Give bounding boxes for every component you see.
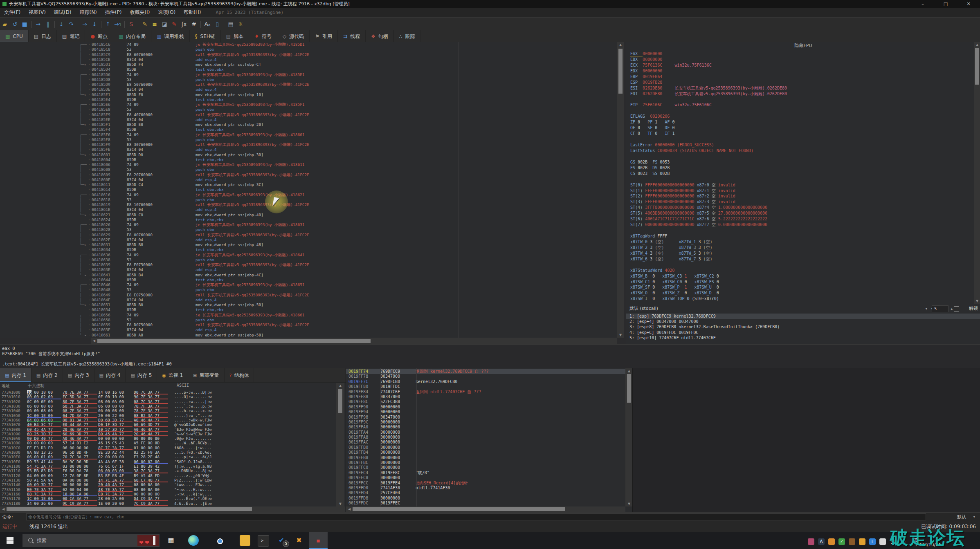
- disasm-row[interactable]: └─▸·004186318B5D B8mov ebx,dword ptr ss:…: [0, 242, 617, 247]
- breakpoint-dot[interactable]: ·: [87, 238, 92, 242]
- disasm-row[interactable]: │ ·0041861E83C4 04add esp,4: [0, 207, 617, 212]
- memory-row[interactable]: 773A101000 00 02 00FC 5D 3A 770E 00 10 0…: [0, 394, 336, 399]
- disasm-row[interactable]: │ ·004185F9E8 30760000call 长安车机工具箱v5-qq2…: [0, 142, 617, 147]
- memory-row[interactable]: 773A10F0B9 53 41 44BA 9C D6 9D4A 4A 6E 3…: [0, 459, 336, 464]
- register-line[interactable]: EBX 00000000: [630, 57, 972, 63]
- disasm-row[interactable]: │ ·00418659E8 D0750000call 长安车机工具箱v5-qq2…: [0, 323, 617, 327]
- register-line[interactable]: x87TW_2 3 (空) x87TW_3 3 (空): [630, 245, 972, 251]
- tray-window-white-icon[interactable]: [879, 538, 886, 545]
- memory-row[interactable]: 773A116088 7E 3A 7718 00 1A 00E8 7C 3A 7…: [0, 492, 336, 496]
- register-line[interactable]: ST(7) 00000000000000000000 x87r7 空 0.000…: [630, 222, 972, 228]
- skip-next-icon[interactable]: →₁: [113, 18, 123, 31]
- memory-row[interactable]: 773A10A090 D0 40 77A0 46 4A 7700 00 00 0…: [0, 436, 336, 441]
- scroll-thumb[interactable]: [975, 48, 979, 85]
- disasm-row[interactable]: │ ·0041860E83C4 04add esp,4: [0, 177, 617, 182]
- register-line[interactable]: EAX 00000000: [630, 51, 972, 57]
- taskbar-task-grid-icon[interactable]: ▦: [166, 535, 176, 546]
- label-hash-icon[interactable]: #: [189, 18, 199, 31]
- register-line[interactable]: [630, 262, 972, 268]
- menu-item[interactable]: 调试(D): [50, 8, 76, 17]
- register-line[interactable]: [630, 97, 972, 103]
- stack-row[interactable]: 0019FFC40019FF8C"该/R": [346, 471, 625, 475]
- breakpoint-dot[interactable]: ·: [87, 253, 92, 258]
- stack-row[interactable]: 0019FF74769DFCC9返回到 kernel32.769DFCC9 自 …: [346, 369, 625, 374]
- breakpoint-dot[interactable]: ·: [87, 52, 92, 57]
- register-line[interactable]: ES 002B DS 002B: [630, 165, 972, 171]
- scroll-down-icon[interactable]: ▼: [625, 502, 633, 506]
- breakpoint-dot[interactable]: ·: [87, 182, 92, 187]
- arg-row[interactable]: 3: [esp+8] 769DFCB0 <kernel32.BaseThread…: [626, 324, 980, 329]
- breakpoint-dot[interactable]: ·: [87, 102, 92, 107]
- eraser-icon[interactable]: ◪: [160, 18, 169, 31]
- tab-dump3[interactable]: ▤内存 3: [63, 368, 94, 382]
- calling-convention-select[interactable]: 默认 (stdcall): [629, 306, 658, 311]
- scroll-thumb[interactable]: [627, 374, 631, 403]
- memory-row[interactable]: 773A10D09A 8B 13 3596 5D BD 4F8E 2D A2 4…: [0, 450, 336, 455]
- breakpoint-dot[interactable]: ·: [87, 273, 92, 278]
- scroll-down-icon[interactable]: ▼: [617, 333, 624, 337]
- breakpoint-dot[interactable]: ·: [87, 318, 92, 323]
- tab-script[interactable]: ▤脚本: [221, 30, 249, 43]
- breakpoint-dot[interactable]: ·: [87, 227, 92, 232]
- memory-row[interactable]: 773A111095 BB 83 D0F6 D0 DA 7806 00 03 0…: [0, 468, 336, 473]
- memory-row[interactable]: 773A107040 B4 3C 77E0 44 4A 77D0 1F 3D 7…: [0, 422, 336, 427]
- tab-notes[interactable]: ▤笔记: [57, 30, 85, 43]
- step-out-icon[interactable]: ⇡: [103, 18, 113, 31]
- disasm-row[interactable]: └─▸·004186218B5D C0mov ebx,dword ptr ss:…: [0, 213, 617, 217]
- tab-watch1[interactable]: ◉监视 1: [157, 368, 188, 382]
- breakpoint-dot[interactable]: ·: [87, 147, 92, 152]
- register-line[interactable]: EIP 75F6106C win32u.75F6106C: [630, 102, 972, 108]
- register-line[interactable]: EFLAGS 00200206: [630, 114, 972, 119]
- execute-till-return-icon[interactable]: ⇒: [80, 18, 90, 31]
- register-line[interactable]: x87SW_O 0 x87SW_Z 0 x87SW_D 0: [630, 290, 972, 296]
- register-line[interactable]: EDX 00000000: [630, 68, 972, 74]
- stack-row[interactable]: 0019FF800019FFDC: [346, 384, 625, 389]
- breakpoint-dot[interactable]: ·: [87, 82, 92, 87]
- disasm-row[interactable]: ·004185D485DBtest ebx,ebx: [0, 67, 617, 72]
- start-button[interactable]: [7, 537, 13, 544]
- menu-item[interactable]: 跟踪(N): [75, 8, 101, 17]
- disasm-row[interactable]: │ ·004185CE83C4 04add esp,4: [0, 57, 617, 62]
- breakpoint-dot[interactable]: ·: [87, 167, 92, 172]
- disasm-row[interactable]: ·004185F485DBtest ebx,ebx: [0, 127, 617, 132]
- disasm-row[interactable]: │ ·0041863E83C4 04add esp,4: [0, 267, 617, 272]
- scroll-left-icon[interactable]: ◀: [92, 339, 97, 343]
- tab-dump1[interactable]: ▤内存 1: [0, 368, 31, 382]
- breakpoint-dot[interactable]: ·: [87, 137, 92, 142]
- tab-references[interactable]: ⚑引用: [310, 30, 338, 43]
- tab-log[interactable]: ▤日志: [29, 30, 57, 43]
- taskbar-edge-icon[interactable]: [188, 535, 199, 546]
- memory-row[interactable]: 773A114060 69 3D 7700 00 00 0020 46 4A 7…: [0, 482, 336, 487]
- scroll-left-icon[interactable]: ◀: [1, 507, 6, 511]
- disasm-row[interactable]: │ ·004185EE83C4 04add esp,4: [0, 117, 617, 122]
- tray-circle-a-icon[interactable]: A: [818, 538, 825, 545]
- register-line[interactable]: ST(0) FFFF0000000000000000 x87r0 空 inval…: [630, 182, 972, 188]
- register-line[interactable]: ST(1) FFFF0000000000000000 x87r1 空 inval…: [630, 188, 972, 194]
- disasm-row[interactable]: │ ·0041864E83C4 04add esp,4: [0, 298, 617, 303]
- breakpoint-dot[interactable]: ·: [87, 303, 92, 307]
- disasm-hscrollbar[interactable]: ◀: [91, 338, 617, 344]
- register-line[interactable]: EDI 0262DE80 长安车机工具箱v5-qq2535896393(by-小…: [630, 91, 972, 97]
- run-icon[interactable]: →: [33, 18, 43, 31]
- chevron-down-icon[interactable]: ▾: [973, 513, 975, 521]
- tab-seh[interactable]: §SEH链: [190, 30, 221, 43]
- disasm-row[interactable]: │ ·0041861853push ebx: [0, 197, 617, 202]
- breakpoint-dot[interactable]: ·: [87, 162, 92, 167]
- disasm-row[interactable]: └─▸·004186618B5D A8mov ebx,dword ptr ss:…: [0, 333, 617, 338]
- stack-row[interactable]: 0019FFC800000000: [346, 475, 625, 480]
- breakpoint-dot[interactable]: ·: [87, 242, 92, 247]
- stack-row[interactable]: 0019FF8C522FC3B8: [346, 399, 625, 404]
- disasm-row[interactable]: │ ·0041862853push ebx: [0, 227, 617, 232]
- disasm-row[interactable]: ┌──·0041864674 09je 长安车机工具箱v5-qq25358963…: [0, 282, 617, 287]
- tab-trace[interactable]: ∴跟踪: [394, 30, 421, 43]
- stack-row[interactable]: 0019FFDC0019FFEC: [346, 501, 625, 506]
- disasm-row[interactable]: │ ·00418609E8 20760000call 长安车机工具箱v5-qq2…: [0, 173, 617, 177]
- taskbar-active-app[interactable]: ▪: [309, 532, 328, 549]
- disasm-row[interactable]: │ ·0041863853push ebx: [0, 258, 617, 262]
- style-selector[interactable]: 默认: [957, 513, 966, 521]
- register-line[interactable]: ST(2) FFFF0000000000000000 x87r2 空 inval…: [630, 193, 972, 199]
- tab-call-stack[interactable]: ▥调用堆栈: [151, 30, 189, 43]
- memory-row[interactable]: 773A10C0EE E3 D3 F006 00 00 008C 7C 3A 7…: [0, 446, 336, 450]
- selected-byte[interactable]: 16: [27, 390, 31, 394]
- disasm-row[interactable]: └─▸·004185D18B5D F4mov ebx,dword ptr ss:…: [0, 62, 617, 67]
